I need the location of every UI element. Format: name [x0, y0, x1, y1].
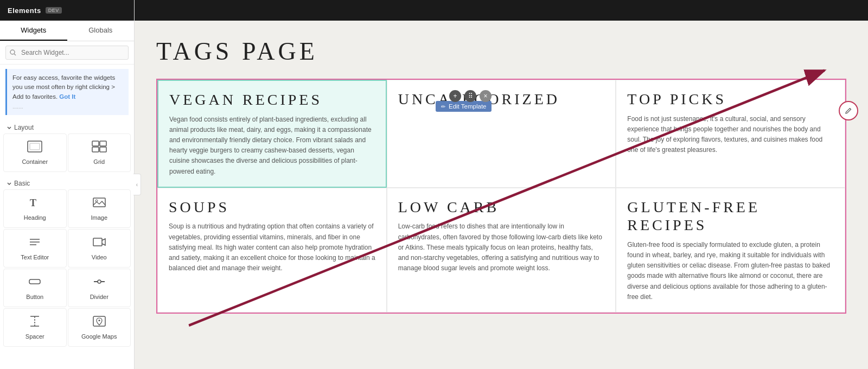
cell-vegan: VEGAN RECIPES Vegan food consists entire… [157, 80, 387, 188]
edit-template-bar[interactable]: ✏ Edit Template [436, 101, 492, 112]
video-label: Video [92, 254, 107, 260]
video-icon [92, 236, 106, 251]
page-content: TAGS PAGE ✏ Edit Template + ⠿ × VEGAN RE… [135, 21, 868, 369]
container-label: Container [22, 158, 48, 165]
basic-widget-grid: T Heading Image Text Editor [0, 189, 134, 350]
heading-icon: T [28, 196, 42, 211]
widget-grid[interactable]: Grid [68, 133, 131, 172]
info-banner: For easy access, favorite the widgets yo… [5, 69, 129, 115]
top-picks-heading: TOP PICKS [627, 90, 834, 109]
cell-soups: SOUPS Soup is a nutritious and hydrating… [157, 188, 387, 313]
soups-heading: SOUPS [169, 198, 375, 217]
soups-text: Soup is a nutritious and hydrating optio… [169, 221, 375, 273]
text-editor-icon [28, 236, 42, 251]
pencil-icon: ✏ [441, 104, 445, 110]
svg-rect-5 [100, 141, 106, 146]
svg-rect-14 [93, 238, 102, 246]
add-section-button[interactable]: + [449, 90, 461, 102]
dev-badge: DEV [46, 7, 62, 14]
widget-google-maps[interactable]: Google Maps [68, 308, 131, 347]
heading-label: Heading [24, 214, 46, 221]
svg-rect-7 [100, 147, 106, 152]
button-label: Button [26, 294, 43, 300]
grid-icon [92, 141, 107, 155]
text-editor-label: Text Editor [21, 254, 49, 260]
chevron-down-icon [7, 125, 12, 130]
widget-container[interactable]: Container [3, 133, 67, 172]
svg-text:T: T [30, 198, 36, 208]
image-icon [92, 196, 106, 211]
svg-rect-9 [93, 198, 105, 207]
drag-handle[interactable]: ⠿ [464, 90, 476, 102]
divider-icon [92, 276, 106, 290]
widget-image[interactable]: Image [68, 189, 131, 228]
low-carb-heading: LOW CARB [398, 198, 605, 217]
divider-label: Divider [90, 294, 108, 300]
svg-rect-15 [29, 279, 40, 284]
image-label: Image [91, 214, 107, 221]
sidebar-title: Elements [8, 7, 41, 15]
chevron-down-icon-basic [7, 181, 12, 186]
layout-widget-grid: Container Grid [0, 133, 134, 175]
svg-point-0 [10, 50, 15, 54]
spacer-icon [28, 315, 42, 330]
cell-low-carb: LOW CARB Low-carb food refers to dishes … [387, 188, 616, 313]
edit-pencil-button[interactable] [839, 101, 858, 120]
search-icon [10, 49, 16, 56]
svg-rect-4 [92, 141, 99, 146]
vegan-heading: VEGAN RECIPES [169, 91, 375, 109]
google-maps-icon [92, 315, 106, 330]
tab-widgets[interactable]: Widgets [0, 21, 67, 41]
vegan-text: Vegan food consists entirely of plant-ba… [169, 114, 375, 177]
content-grid: VEGAN RECIPES Vegan food consists entire… [156, 79, 846, 314]
button-icon [28, 276, 42, 290]
widget-divider[interactable]: Divider [68, 269, 131, 307]
close-section-button[interactable]: × [480, 90, 492, 102]
search-bar [0, 41, 134, 65]
got-it-link[interactable]: Got It [59, 93, 75, 100]
gluten-free-heading: GLUTEN-FREE RECIPES [627, 198, 834, 234]
svg-rect-3 [30, 143, 40, 150]
cell-gluten-free: GLUTEN-FREE RECIPES Gluten-free food is … [616, 188, 845, 313]
svg-line-1 [14, 54, 16, 55]
svg-point-17 [98, 280, 101, 283]
widget-text-editor[interactable]: Text Editor [3, 229, 67, 268]
google-maps-label: Google Maps [81, 333, 117, 340]
widget-spacer[interactable]: Spacer [3, 308, 67, 347]
info-dots: ....... [12, 103, 123, 111]
edit-template-label: Edit Template [449, 103, 486, 110]
widget-button[interactable]: Button [3, 269, 67, 307]
basic-label: Basic [14, 180, 30, 187]
sidebar-tabs: Widgets Globals [0, 21, 134, 41]
top-picks-text: Food is not just sustenance; it's a cult… [627, 114, 834, 156]
sidebar-collapse-button[interactable]: ‹ [133, 174, 141, 195]
tab-globals[interactable]: Globals [67, 21, 135, 41]
topbar [135, 0, 868, 21]
grid-toolbar: + ⠿ × [449, 90, 492, 102]
cell-top-picks: TOP PICKS Food is not just sustenance; i… [616, 80, 845, 188]
sidebar: Elements DEV Widgets Globals For easy ac… [0, 0, 135, 369]
basic-section-header: Basic [0, 175, 134, 189]
layout-label: Layout [14, 124, 34, 131]
container-icon [27, 141, 42, 155]
widget-video[interactable]: Video [68, 229, 131, 268]
main-canvas: TAGS PAGE ✏ Edit Template + ⠿ × VEGAN RE… [135, 0, 868, 369]
svg-point-22 [98, 320, 100, 321]
page-title: TAGS PAGE [156, 37, 846, 66]
grid-label: Grid [93, 158, 105, 165]
uncategorized-heading: UNCATEGORIZED [398, 90, 605, 109]
spacer-label: Spacer [25, 333, 44, 340]
gluten-free-text: Gluten-free food is specially formulated… [627, 240, 834, 302]
svg-rect-6 [92, 147, 99, 152]
edit-icon [845, 107, 852, 114]
layout-section-header: Layout [0, 119, 134, 133]
sidebar-header: Elements DEV [0, 0, 134, 21]
search-input[interactable] [5, 46, 129, 60]
widget-heading[interactable]: T Heading [3, 189, 67, 228]
low-carb-text: Low-carb food refers to dishes that are … [398, 221, 605, 273]
cell-uncategorized: UNCATEGORIZED [387, 80, 616, 188]
